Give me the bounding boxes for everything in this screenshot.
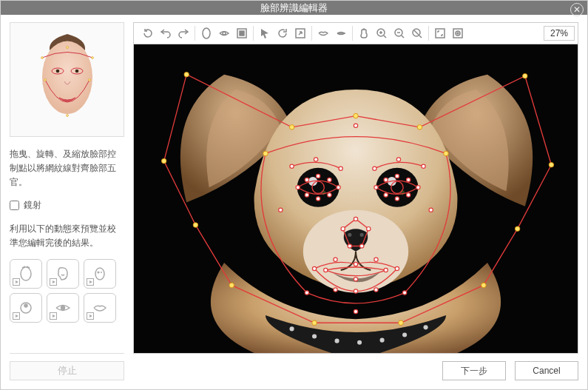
zoom-level-display[interactable]: 27% [544,26,575,41]
svg-point-86 [328,193,331,197]
svg-point-90 [395,197,399,201]
svg-point-7 [66,46,68,48]
preview-mouth-button[interactable] [84,293,116,323]
svg-point-19 [203,28,210,38]
preview-grid [10,259,124,323]
footer: 下一步 Cancel [133,361,578,380]
pointer-button[interactable] [257,25,273,41]
preview-talk-button[interactable] [47,259,79,289]
svg-point-96 [354,217,357,221]
reset-button[interactable] [140,25,156,41]
svg-point-91 [384,178,388,181]
mask-button[interactable] [234,25,250,41]
play-icon [13,312,20,320]
svg-point-63 [515,226,520,232]
svg-point-38 [457,33,459,34]
preview-face-button[interactable] [10,259,42,289]
svg-point-8 [44,78,46,81]
svg-point-97 [367,227,371,231]
actual-size-button[interactable] [450,25,466,41]
svg-point-49 [290,326,294,331]
svg-point-18 [61,306,65,310]
svg-point-81 [337,186,340,189]
lips-outer-button[interactable] [315,25,331,41]
svg-point-15 [98,272,99,273]
svg-point-55 [424,325,428,329]
zoom-reset-button[interactable] [409,25,425,41]
svg-point-110 [354,278,357,281]
svg-point-4 [75,69,78,73]
svg-point-64 [229,283,234,288]
body: 拖曳、旋轉、及縮放臉部控制點以將網紋線對齊臉部五官。 鏡射 利用以下的動態來預覽… [1,15,587,389]
zoom-reset-icon [411,27,423,39]
close-button[interactable]: ✕ [570,3,584,16]
svg-point-71 [263,151,268,156]
svg-point-93 [384,193,388,197]
face-outline-icon [200,27,212,39]
svg-point-77 [396,158,400,161]
fit-button[interactable] [432,25,448,41]
svg-point-82 [317,197,320,201]
toolbar: 27% [133,22,578,44]
preview-look-button[interactable] [47,293,79,323]
next-button[interactable]: 下一步 [442,361,506,380]
svg-point-68 [289,125,294,130]
svg-point-78 [422,164,425,168]
eye-outline-icon [218,27,230,39]
preview-eyeroll-button[interactable] [10,293,42,323]
svg-line-34 [414,30,419,35]
rotate-icon [277,27,288,39]
scale-button[interactable] [292,25,308,41]
image-canvas[interactable] [133,44,578,354]
svg-point-70 [417,125,422,130]
svg-point-76 [373,167,376,170]
play-icon [50,278,57,286]
play-icon [13,278,20,286]
svg-point-85 [305,193,308,197]
svg-point-115 [402,291,406,295]
svg-point-53 [380,338,385,343]
titlebar: 臉部辨識編輯器 ✕ [1,1,587,15]
svg-point-51 [335,339,339,343]
svg-point-105 [374,288,378,292]
mirror-checkbox-row[interactable]: 鏡射 [10,199,124,212]
stop-row: 停止 [10,353,124,380]
zoom-out-icon [393,27,405,39]
rotate-button[interactable] [274,25,291,41]
pan-button[interactable] [356,25,372,41]
eye-outline-button[interactable] [216,25,232,41]
face-outline-button[interactable] [198,25,214,41]
zoom-in-button[interactable] [374,25,390,41]
window-title: 臉部辨識編輯器 [260,1,328,15]
zoom-out-button[interactable] [391,25,408,41]
cancel-button[interactable]: Cancel [515,361,578,380]
svg-point-42 [376,168,418,207]
svg-point-6 [91,56,93,58]
reference-face-mesh [35,28,100,132]
svg-point-62 [193,223,198,228]
preview-wink-button[interactable] [84,259,116,289]
svg-point-11 [21,267,31,280]
svg-point-111 [354,124,357,127]
svg-point-92 [407,178,410,181]
svg-point-74 [314,158,317,161]
lips-inner-icon [335,27,347,39]
svg-point-48 [360,233,364,237]
svg-point-58 [184,72,189,77]
svg-point-83 [305,178,308,181]
svg-point-116 [354,309,357,313]
mask-icon [236,27,248,39]
mirror-checkbox[interactable] [10,201,19,210]
lips-inner-button[interactable] [333,25,349,41]
stop-button[interactable]: 停止 [10,361,124,380]
svg-point-107 [334,288,337,292]
svg-point-10 [66,114,68,116]
redo-button[interactable] [175,25,192,41]
svg-point-61 [549,163,554,168]
svg-point-100 [312,266,316,270]
svg-point-87 [374,186,378,189]
svg-point-47 [348,233,351,237]
svg-point-80 [317,174,320,178]
scale-icon [294,27,306,39]
undo-button[interactable] [158,25,174,41]
